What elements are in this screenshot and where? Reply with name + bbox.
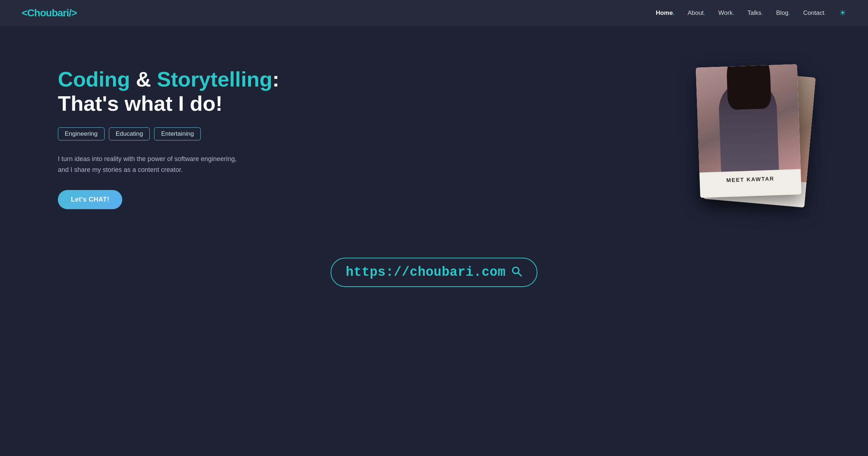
sun-icon[interactable]: ☀ (839, 8, 846, 17)
url-bar: https://choubari.com (331, 258, 537, 287)
nav-dot: . (704, 9, 706, 16)
tag-entertaining: Entertaining (154, 127, 201, 140)
nav-dot: . (824, 9, 826, 16)
nav-links: Home. About. Work. Talks. Blog. Contact. (656, 8, 846, 18)
search-icon (511, 265, 522, 279)
theme-toggle[interactable]: ☀ (839, 8, 846, 18)
hero-content: Coding & Storytelling: That's what I do!… (58, 67, 279, 209)
heading-storytelling: Storytelling (157, 67, 272, 91)
tag-educating: Educating (109, 127, 150, 140)
nav-dot: . (673, 9, 675, 16)
svg-line-1 (518, 273, 522, 276)
url-text: https://choubari.com (346, 265, 506, 280)
nav-item-home[interactable]: Home. (656, 9, 675, 17)
heading-and: & (136, 67, 157, 91)
tag-engineering: Engineering (58, 127, 105, 140)
photo-card-front: MEET KAWTAR (696, 64, 801, 198)
nav-item-contact[interactable]: Contact. (803, 9, 826, 17)
nav-link-blog[interactable]: Blog. (776, 9, 790, 16)
url-section: https://choubari.com (0, 243, 868, 309)
nav-link-about[interactable]: About. (688, 9, 705, 16)
nav-link-home[interactable]: Home. (656, 9, 675, 16)
navbar: <Choubari/> Home. About. Work. Talks. Bl… (0, 0, 868, 26)
nav-link-work[interactable]: Work. (718, 9, 734, 16)
nav-dot: . (733, 9, 735, 16)
cta-chat-button[interactable]: Let's CHAT! (58, 190, 122, 209)
nav-item-talks[interactable]: Talks. (747, 9, 763, 17)
heading-colon: : (272, 67, 279, 91)
hero-section: Coding & Storytelling: That's what I do!… (0, 26, 868, 243)
nav-dot: . (788, 9, 790, 16)
tags-container: Engineering Educating Entertaining (58, 127, 279, 140)
hero-photo: MEET KAWTAR (687, 62, 810, 214)
nav-item-work[interactable]: Work. (718, 9, 734, 17)
hero-heading: Coding & Storytelling: That's what I do! (58, 67, 279, 115)
nav-dot: . (761, 9, 763, 16)
hair-front-silhouette (726, 64, 771, 110)
nav-link-talks[interactable]: Talks. (747, 9, 763, 16)
site-logo[interactable]: <Choubari/> (22, 7, 77, 19)
hero-description: I turn ideas into reality with the power… (58, 153, 246, 176)
nav-item-about[interactable]: About. (688, 9, 705, 17)
heading-line2: That's what I do! (58, 92, 222, 115)
photo-front-image (696, 64, 801, 173)
nav-link-contact[interactable]: Contact. (803, 9, 826, 16)
nav-item-blog[interactable]: Blog. (776, 9, 790, 17)
heading-coding: Coding (58, 67, 130, 91)
